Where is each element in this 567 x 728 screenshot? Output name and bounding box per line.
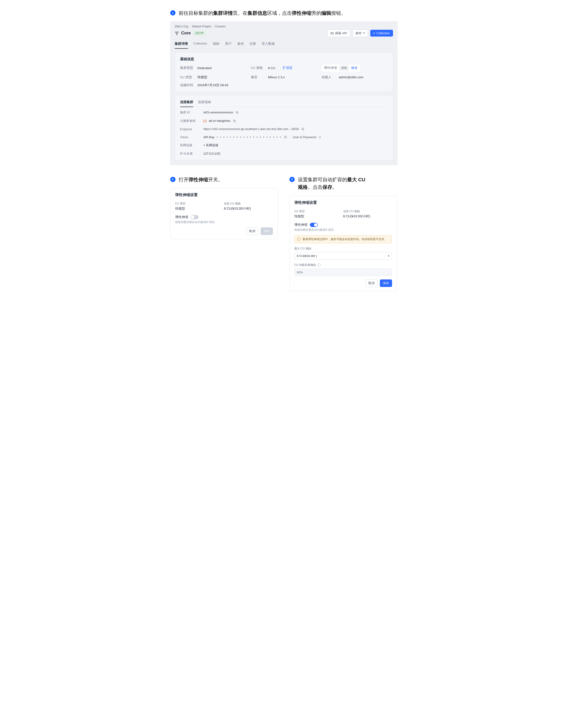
autoscale-hint: 根据加载容量自动为集群扩缩容。: [175, 220, 273, 224]
autoscale-toggle-label: 弹性伸缩: [175, 215, 188, 219]
actions-dropdown[interactable]: 操作: [352, 30, 368, 37]
copy-icon[interactable]: [301, 127, 304, 131]
cluster-details-screenshot: Zilliz's Org› Default Project› Clusters …: [170, 21, 397, 165]
svg-point-2: [176, 34, 177, 35]
token-masked: • • • • • • • • • • • • • • • • • • • •: [217, 135, 282, 139]
dialog-title: 弹性伸缩设置: [175, 193, 273, 197]
tab-metrics[interactable]: 指标: [213, 40, 219, 48]
step-2-text: 打开弹性伸缩开关。: [179, 176, 223, 184]
save-button[interactable]: 保存: [380, 279, 392, 287]
step-3-badge: 3: [289, 177, 295, 182]
step-1-badge: 1: [170, 10, 175, 15]
creator-label: 创建人: [322, 75, 336, 79]
private-link-label: 私网连接: [180, 143, 204, 147]
creator-value: admin@zilliz.com: [339, 75, 363, 79]
cluster-id-value: in01-xxxxxxxxxxxxxxx: [204, 111, 233, 114]
cluster-nodes-icon: [175, 31, 179, 35]
resize-link[interactable]: 扩缩容: [283, 66, 293, 70]
breadcrumb-org[interactable]: Zilliz's Org: [175, 25, 188, 28]
token-label: Token: [180, 135, 204, 139]
status-badge: 运行中: [193, 30, 206, 36]
breadcrumb-project[interactable]: Default Project: [192, 25, 211, 28]
tab-details[interactable]: 集群详情: [175, 40, 188, 49]
cu-type-value: 性能型: [294, 214, 343, 219]
endpoint-value: https:// in01-xxxxxxxxxxxxxxx.ap-southea…: [204, 127, 299, 131]
current-cu-value: 8 CU(¥10.00/小时): [224, 207, 273, 211]
max-cu-select[interactable]: 8 CU(¥10.00/ ) ▾: [294, 252, 392, 260]
cluster-tabs: 集群详情 Collection 指标 用户 备份 迁移 导入数据: [175, 40, 393, 49]
autoscale-edit-link[interactable]: 修改: [351, 66, 358, 70]
cu-spec-label: CU 规格: [251, 66, 265, 70]
copy-icon[interactable]: [284, 135, 287, 139]
copy-icon[interactable]: [233, 119, 236, 123]
cu-type-value: 性能型: [197, 75, 207, 79]
cu-type-value: 性能型: [175, 207, 224, 211]
explore-api-button[interactable]: 探索 API: [327, 30, 350, 37]
user-password-link[interactable]: User & Password: [293, 135, 316, 139]
autoscale-warning: ! 集群弹性伸缩过程中，服务可能会有短暂抖动。自动缩容暂不支持。: [294, 235, 392, 243]
cluster-id-label: 集群 ID: [180, 110, 204, 115]
copy-icon[interactable]: [235, 111, 239, 114]
cluster-name: Core: [181, 31, 191, 36]
current-cu-value: 8 CU(¥10.00/小时): [343, 214, 392, 219]
step-2-header: 2 打开弹性伸缩开关。: [170, 176, 278, 184]
autoscale-toggle[interactable]: [191, 215, 199, 219]
breadcrumb: Zilliz's Org› Default Project› Clusters: [175, 25, 393, 28]
ip-whitelist-label: IP 白名单: [180, 152, 204, 156]
autoscale-status-pill: 关闭: [339, 66, 349, 71]
connection-card: 连接集群 连接指南 集群 ID in01-xxxxxxxxxxxxxxx 云服务…: [175, 96, 393, 160]
token-prefix: API Key: [204, 135, 215, 139]
autoscale-hint: 根据加载容量自动为集群扩缩容。: [294, 228, 392, 232]
save-button: 保存: [261, 227, 273, 235]
ip-whitelist-value: 127.0.0.1/32: [204, 152, 220, 155]
chevron-down-icon: [363, 33, 365, 34]
threshold-label: CU 加载容量阈值 i: [294, 263, 392, 267]
step-3-text: 设置集群可自动扩容的最大 CU规格。点击保存。: [298, 176, 365, 191]
current-cu-label: 当前 CU 规格: [343, 209, 392, 213]
step-2-badge: 2: [170, 177, 175, 182]
created-value: 2024年7月19日 09:43: [197, 83, 228, 87]
tab-backup[interactable]: 备份: [237, 40, 244, 48]
tab-collection[interactable]: Collection: [193, 40, 207, 48]
cu-type-label: CU 类型: [180, 75, 194, 79]
step-1-header: 1 前往目标集群的集群详情页。在集群信息区域，点击弹性伸缩旁的编辑按钮。: [170, 9, 397, 17]
info-icon: i: [317, 263, 321, 267]
autoscale-label: 弹性伸缩: [324, 66, 337, 70]
cu-spec-value: 8 CU: [268, 66, 275, 70]
tab-import[interactable]: 导入数据: [262, 40, 275, 48]
cluster-type-value: Dedicated: [197, 66, 212, 70]
basic-info-card: 基础信息 集群类型Dedicated CU 规格8 CU 扩缩容 弹性伸缩关闭修…: [175, 52, 393, 92]
autoscale-toggle[interactable]: [310, 223, 318, 227]
max-cu-label: 最大 CU 规格: [294, 247, 392, 251]
conn-tab-cluster[interactable]: 连接集群: [180, 100, 193, 107]
cu-type-label: CU 类型: [175, 202, 224, 206]
region-provider-icon: [-]: [204, 119, 207, 123]
max-cu-value: 8 CU(¥10.00/ ): [297, 254, 317, 258]
breadcrumb-clusters[interactable]: Clusters: [215, 25, 226, 28]
compat-label: 兼容: [251, 75, 265, 79]
cancel-button[interactable]: 取消: [365, 279, 378, 287]
cluster-type-label: 集群类型: [180, 66, 194, 70]
step-1-text: 前往目标集群的集群详情页。在集群信息区域，点击弹性伸缩旁的编辑按钮。: [179, 9, 346, 17]
autoscale-dialog-on: 弹性伸缩设置 CU 类型 性能型 当前 CU 规格 8 CU(¥10.00/小时…: [289, 196, 397, 291]
external-link-icon: [319, 136, 321, 138]
api-icon: [330, 32, 334, 35]
tab-users[interactable]: 用户: [225, 40, 232, 48]
region-label: 云服务地域: [180, 119, 204, 123]
conn-tab-guide[interactable]: 连接指南: [198, 100, 211, 107]
region-value: ali-cn-hangzhou: [209, 119, 231, 123]
compat-value: Milvus 2.3.x: [268, 75, 285, 79]
add-collection-button[interactable]: +Collection: [370, 30, 393, 37]
current-cu-label: 当前 CU 规格: [224, 202, 273, 206]
cancel-button[interactable]: 取消: [246, 227, 258, 235]
chevron-down-icon: ▾: [388, 254, 389, 258]
add-private-link[interactable]: + 私网连接: [204, 143, 218, 147]
warning-icon: !: [297, 237, 301, 241]
tab-migrate[interactable]: 迁移: [249, 40, 256, 48]
step-3-header: 3 设置集群可自动扩容的最大 CU规格。点击保存。: [289, 176, 397, 191]
endpoint-label: Endpoint: [180, 127, 204, 131]
autoscale-dialog-off: 弹性伸缩设置 CU 类型 性能型 当前 CU 规格 8 CU(¥10.00/小时…: [170, 188, 278, 239]
basic-info-title: 基础信息: [180, 57, 388, 61]
threshold-value: 80%: [294, 268, 392, 276]
cu-type-label: CU 类型: [294, 209, 343, 213]
